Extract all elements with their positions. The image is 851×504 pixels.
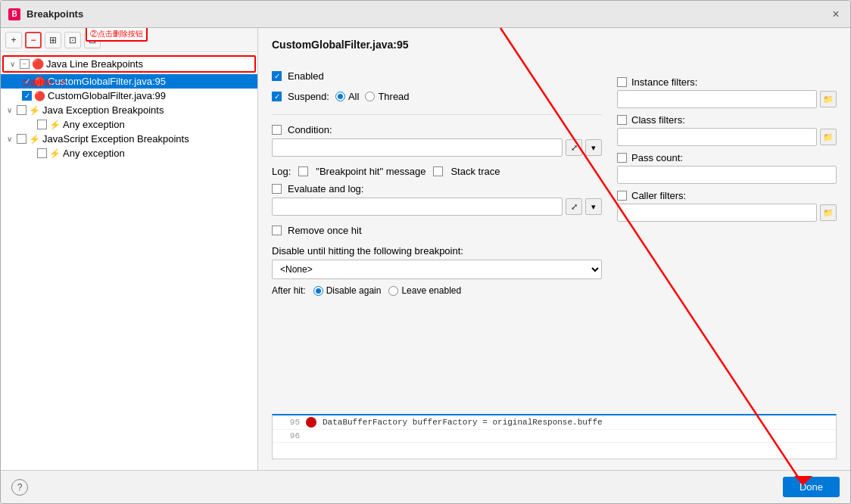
remove-once-hit-row: Remove once hit	[272, 225, 602, 236]
evaluate-expand-button[interactable]: ⤢	[566, 198, 582, 215]
help-button[interactable]: ?	[11, 479, 28, 496]
bottom-bar: ? Done	[1, 470, 850, 503]
condition-checkbox[interactable]	[272, 125, 282, 135]
suspend-checkbox[interactable]: ✓	[272, 92, 282, 101]
left-panel: + − ⊞ ⊡ ⊟ ②点击删除按钮 ∨ − 🔴 Java Line Breakp…	[1, 28, 258, 470]
log-stack-trace-label: Stack trace	[450, 166, 500, 177]
checkbox-js-any-exc[interactable]	[37, 148, 47, 158]
checkbox-js-exception[interactable]	[17, 134, 26, 144]
java-exc-icon: ⚡	[29, 105, 40, 116]
checkbox-cgf99[interactable]: ✓	[22, 91, 32, 101]
tree-item-js-any-exc[interactable]: ⚡ Any exception	[1, 146, 257, 160]
toolbar-icon-2[interactable]: ⊡	[64, 32, 81, 48]
remove-once-hit-label: Remove once hit	[288, 225, 362, 236]
leave-enabled-radio[interactable]	[388, 286, 398, 296]
tree-group-java-exception[interactable]: ∨ ⚡ Java Exception Breakpoints	[1, 103, 257, 117]
js-any-exc-icon: ⚡	[49, 148, 61, 159]
instance-filters-label: Instance filters:	[631, 76, 697, 88]
dialog-title: Breakpoints	[26, 8, 823, 20]
evaluate-log-checkbox[interactable]	[272, 184, 282, 194]
caller-filters-input[interactable]	[617, 204, 817, 222]
close-button[interactable]: ×	[829, 8, 843, 21]
suspend-all-radio[interactable]	[335, 92, 345, 101]
disable-until-section: Disable until hitting the following brea…	[272, 245, 602, 279]
evaluate-log-label: Evaluate and log:	[288, 183, 363, 194]
code-preview: 95 DataBufferFactory bufferFactory = ori…	[272, 414, 837, 459]
caller-filters-folder-button[interactable]: 📁	[820, 204, 837, 221]
title-bar: B Breakpoints ×	[1, 1, 850, 28]
class-filters-input[interactable]	[617, 128, 817, 146]
caller-filters-checkbox[interactable]	[617, 191, 627, 201]
dialog-icon: B	[8, 8, 20, 20]
evaluate-log-input[interactable]	[272, 198, 563, 216]
evaluate-log-section: Evaluate and log: ⤢ ▾	[272, 183, 602, 216]
cgf99-icon: 🔴	[34, 91, 45, 101]
toolbar-icon-1[interactable]: ⊞	[45, 32, 61, 48]
log-row: Log: "Breakpoint hit" message Stack trac…	[272, 166, 602, 177]
right-filters: ③ Instance filters: 📁	[617, 70, 837, 399]
log-stack-trace-checkbox[interactable]	[433, 166, 443, 176]
instance-filters-input[interactable]	[617, 90, 817, 108]
condition-expand-button[interactable]: ⤢	[566, 139, 582, 156]
checkbox-java-line[interactable]: −	[20, 59, 30, 69]
java-line-bp-icon: 🔴	[32, 58, 44, 70]
breakpoints-tree: ∨ − 🔴 Java Line Breakpoints ✓ 🔴 CustomGl…	[1, 52, 257, 470]
class-filters-folder-button[interactable]: 📁	[820, 129, 837, 145]
instance-filters-checkbox[interactable]	[617, 77, 627, 87]
breakpoint-marker-95	[306, 417, 316, 428]
log-hit-msg-checkbox[interactable]	[298, 166, 308, 176]
suspend-all-radio-group: All	[335, 91, 359, 102]
disable-again-label: Disable again	[326, 285, 382, 296]
condition-input[interactable]	[272, 138, 563, 157]
evaluate-more-button[interactable]: ▾	[585, 198, 602, 215]
line-num-95: 95	[277, 418, 300, 427]
cgf99-label: CustomGlobalFilter.java:99	[48, 90, 166, 101]
suspend-thread-radio[interactable]	[365, 92, 375, 101]
tree-item-cgf95[interactable]: ✓ 🔴 CustomGlobalFilter.java:95	[1, 74, 257, 89]
after-hit-row: After hit: Disable again Leave enabled	[272, 285, 602, 296]
annotation-delete: ②点击删除按钮	[86, 28, 148, 42]
js-exception-label: JavaScript Exception Breakpoints	[42, 133, 189, 145]
disable-again-radio[interactable]	[313, 286, 323, 296]
instance-filters-folder-button[interactable]: 📁	[820, 91, 837, 107]
pass-count-section: Pass count:	[617, 152, 837, 184]
js-exc-icon: ⚡	[29, 134, 40, 145]
leave-enabled-radio-group: Leave enabled	[388, 285, 461, 296]
java-line-label: Java Line Breakpoints	[46, 58, 143, 70]
checkbox-java-exception[interactable]	[17, 105, 26, 115]
pass-count-input[interactable]	[617, 166, 837, 184]
js-any-exc-label: Any exception	[63, 148, 125, 159]
tree-item-java-any-exc[interactable]: ⚡ Any exception	[1, 117, 257, 132]
pass-count-checkbox[interactable]	[617, 153, 627, 163]
enabled-checkbox[interactable]: ✓	[272, 71, 282, 81]
class-filters-checkbox[interactable]	[617, 115, 627, 125]
remove-once-hit-checkbox[interactable]	[272, 226, 282, 235]
tree-group-js-exception[interactable]: ∨ ⚡ JavaScript Exception Breakpoints	[1, 132, 257, 146]
checkbox-java-any-exc[interactable]	[37, 120, 47, 129]
after-hit-label: After hit:	[272, 285, 306, 296]
condition-more-button[interactable]: ▾	[585, 139, 602, 156]
condition-section: Condition: ⤢ ▾	[272, 124, 602, 157]
disable-until-select[interactable]: <None>	[272, 260, 602, 279]
pass-count-label: Pass count:	[631, 152, 683, 163]
suspend-row: ✓ Suspend: All Thread	[272, 91, 602, 102]
java-any-exc-icon: ⚡	[49, 120, 61, 130]
class-filters-section: Class filters: 📁	[617, 114, 837, 146]
instance-filters-section: Instance filters: 📁	[617, 76, 837, 108]
main-content: + − ⊞ ⊡ ⊟ ②点击删除按钮 ∨ − 🔴 Java Line Breakp…	[1, 28, 850, 470]
leave-enabled-label: Leave enabled	[401, 285, 461, 296]
right-panel: CustomGlobalFilter.java:95 ✓ Enabled ✓	[258, 28, 850, 470]
breakpoints-dialog: B Breakpoints × + − ⊞ ⊡ ⊟ ②点击删除按钮 ∨ −	[0, 0, 851, 504]
line-num-96: 96	[277, 431, 300, 440]
java-any-exc-label: Any exception	[63, 119, 125, 130]
add-breakpoint-button[interactable]: +	[5, 32, 22, 48]
cgf95-icon: 🔴	[34, 76, 45, 87]
cgf95-label: CustomGlobalFilter.java:95	[48, 76, 166, 87]
remove-breakpoint-button[interactable]: −	[25, 32, 42, 48]
checkbox-cgf95[interactable]: ✓	[22, 76, 32, 86]
tree-group-java-line[interactable]: ∨ − 🔴 Java Line Breakpoints	[2, 55, 256, 73]
code-line-95: 95 DataBufferFactory bufferFactory = ori…	[273, 415, 836, 430]
enabled-row: ✓ Enabled	[272, 70, 602, 82]
tree-item-cgf99[interactable]: ✓ 🔴 CustomGlobalFilter.java:99	[1, 89, 257, 103]
done-button[interactable]: Done	[783, 477, 840, 497]
